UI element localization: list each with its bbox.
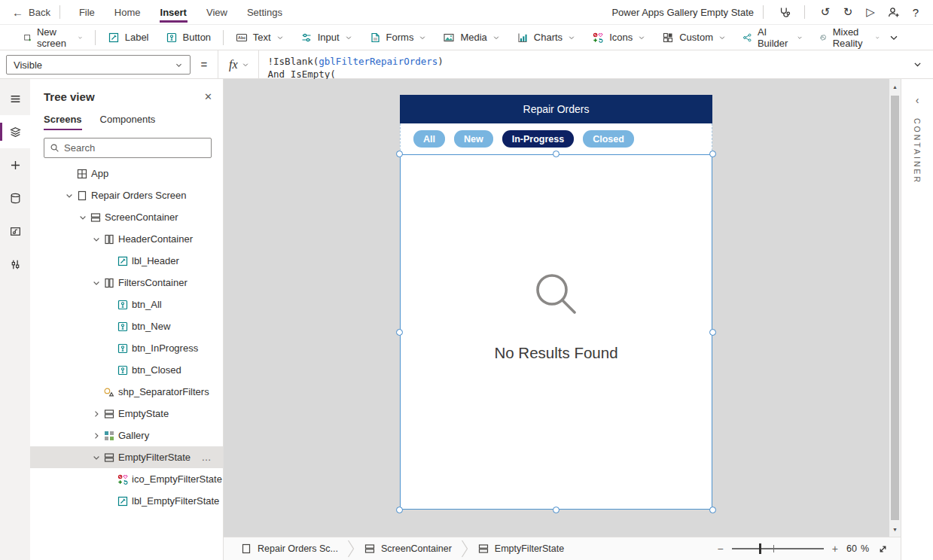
close-icon[interactable]: ✕ [204, 91, 212, 102]
back-button[interactable]: ← Back [12, 6, 50, 19]
selection-handle[interactable] [396, 151, 403, 157]
tree-item-filterscontainer[interactable]: FiltersContainer [30, 272, 223, 294]
scroll-up-icon[interactable]: ▲ [889, 81, 901, 93]
toolbar-item-icons[interactable]: Icons [584, 25, 654, 50]
undo-button[interactable]: ↺ [814, 0, 837, 25]
menu-item-home[interactable]: Home [105, 0, 151, 25]
selection-handle[interactable] [553, 151, 559, 157]
scroll-down-icon[interactable]: ▼ [889, 523, 901, 535]
hamburger-menu-icon [9, 93, 22, 105]
toolbar-item-text[interactable]: Text [227, 25, 292, 50]
rail-item-data[interactable] [0, 181, 30, 215]
zoom-slider[interactable] [732, 548, 824, 549]
tree-item-repair-orders-screen[interactable]: Repair Orders Screen [30, 184, 223, 206]
breadcrumb-item-screencontainer[interactable]: ScreenContainer [355, 543, 461, 555]
tree-item-emptystate[interactable]: EmptyState [30, 403, 223, 425]
breadcrumb-item-emptyfilterstate[interactable]: EmptyFilterState [468, 543, 573, 555]
button-icon [117, 321, 129, 333]
chevron-down-icon [65, 191, 74, 200]
rail-item-advanced-tools[interactable] [0, 248, 30, 281]
fx-selector[interactable]: fx [218, 50, 259, 78]
selection-handle[interactable] [709, 507, 716, 513]
search-input[interactable] [64, 142, 206, 154]
chevron-down-icon [78, 213, 87, 222]
zoom-out-button[interactable]: − [718, 543, 724, 555]
charts-icon [517, 32, 529, 44]
rail-item-media-panel[interactable] [0, 215, 30, 248]
tree-item-app[interactable]: App [30, 163, 223, 184]
breadcrumb-separator [347, 540, 355, 558]
breadcrumb-item-repair-orders-sc[interactable]: Repair Orders Sc... [231, 543, 347, 555]
chevron-down-icon [718, 34, 726, 41]
empty-filter-state-container[interactable]: No Results Found [400, 154, 712, 510]
more-options-icon[interactable]: … [202, 452, 213, 463]
redo-button[interactable]: ↻ [837, 0, 859, 25]
zoom-in-button[interactable]: + [832, 543, 838, 555]
toolbar-item-button[interactable]: Button [157, 25, 220, 50]
search-icon [50, 143, 59, 153]
tree-item-headercontainer[interactable]: HeaderContainer [30, 228, 223, 250]
filters-container: AllNewIn-ProgressClosed [400, 123, 712, 154]
design-canvas[interactable]: Repair Orders AllNewIn-ProgressClosed No… [224, 79, 901, 537]
tree-item-ico-emptyfilterstate[interactable]: ico_EmptyFilterState [30, 468, 223, 490]
toolbar-overflow-button[interactable] [889, 32, 899, 43]
selection-handle[interactable] [709, 151, 716, 157]
canvas-scrollbar[interactable]: ▲ ▼ [889, 79, 901, 537]
tab-components[interactable]: Components [100, 114, 156, 130]
tree-item-lbl-emptyfilterstate[interactable]: lbl_EmptyFilterState [30, 490, 223, 512]
rail-item-insert-plus[interactable] [0, 148, 30, 181]
rail-item-tree-view[interactable] [0, 115, 30, 148]
chevron-down-icon [492, 34, 500, 41]
forms-icon [369, 32, 381, 44]
selection-handle[interactable] [709, 329, 716, 336]
menu-item-file[interactable]: File [69, 0, 105, 25]
menu-item-settings[interactable]: Settings [237, 0, 292, 25]
selection-handle[interactable] [396, 507, 403, 513]
share-button[interactable] [882, 0, 904, 25]
tree-item-emptyfilterstate[interactable]: EmptyFilterState … [30, 446, 223, 468]
tree-item-screencontainer[interactable]: ScreenContainer [30, 206, 223, 228]
fit-to-window-icon[interactable] [877, 543, 889, 555]
formula-bar-expand-button[interactable] [901, 50, 933, 78]
toolbar-item-custom[interactable]: Custom [654, 25, 734, 50]
new-screen-icon [23, 32, 32, 44]
tree-item-shp-separatorfilters[interactable]: shp_SeparatorFilters [30, 381, 223, 403]
toolbar-item-ai-builder[interactable]: AI Builder [734, 25, 811, 50]
filter-button-new[interactable]: New [454, 130, 493, 148]
toolbar-item-new-screen[interactable]: New screen [15, 25, 91, 50]
tree-item-btn-new[interactable]: btn_New [30, 315, 223, 337]
preview-play-button[interactable]: ▷ [859, 0, 882, 25]
formula-input[interactable]: !IsBlank(gblFilterRepairOrders)And IsEmp… [259, 50, 901, 79]
menu-item-view[interactable]: View [197, 0, 237, 25]
help-button[interactable]: ? [904, 0, 927, 25]
percent-sign: % [861, 543, 869, 554]
toolbar-item-forms[interactable]: Forms [361, 25, 435, 50]
toolbar-item-label[interactable]: Label [99, 25, 157, 50]
undo-icon: ↺ [821, 5, 831, 19]
rail-item-hamburger-menu[interactable] [0, 82, 30, 115]
tree-item-btn-closed[interactable]: btn_Closed [30, 359, 223, 381]
filter-button-in-progress[interactable]: In-Progress [502, 130, 574, 148]
filter-button-all[interactable]: All [413, 130, 445, 148]
menu-item-insert[interactable]: Insert [151, 0, 197, 25]
toolbar-item-media[interactable]: Media [434, 25, 508, 50]
properties-panel-collapsed[interactable]: ‹ CONTAINER [901, 79, 933, 560]
toolbar-item-input[interactable]: Input [292, 25, 361, 50]
tree-item-gallery[interactable]: Gallery [30, 425, 223, 446]
tab-screens[interactable]: Screens [44, 114, 82, 130]
filter-button-closed[interactable]: Closed [583, 130, 634, 148]
toolbar-item-mixed-reality[interactable]: Mixed Reality [811, 25, 888, 50]
toolbar-item-charts[interactable]: Charts [508, 25, 584, 50]
app-header-bar[interactable]: Repair Orders [400, 95, 712, 123]
selection-handle[interactable] [396, 329, 403, 336]
selection-handle[interactable] [553, 507, 559, 513]
scrollbar-thumb[interactable] [891, 96, 899, 520]
property-selector[interactable]: Visible [6, 55, 191, 75]
tree-item-btn-all[interactable]: btn_All [30, 294, 223, 315]
zoom-slider-thumb[interactable] [759, 543, 762, 554]
app-checker-button[interactable] [773, 0, 795, 25]
container-icon [103, 408, 115, 420]
chevron-left-icon[interactable]: ‹ [916, 94, 919, 106]
tree-item-lbl-header[interactable]: lbl_Header [30, 250, 223, 272]
tree-item-btn-inprogress[interactable]: btn_InProgress [30, 337, 223, 359]
